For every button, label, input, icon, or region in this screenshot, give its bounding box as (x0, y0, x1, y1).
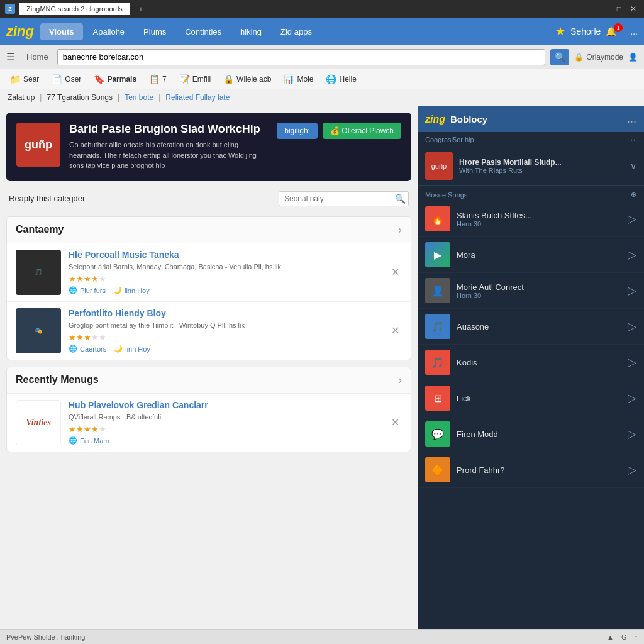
right-featured-song[interactable]: guñp Hrore Pasis Mortliall Sludp... With… (418, 147, 644, 186)
home-button[interactable]: Home (23, 52, 52, 62)
play-button-6[interactable]: ▷ (628, 391, 636, 405)
inactive-tab[interactable]: + (131, 3, 150, 15)
close-song-1[interactable]: ✕ (389, 264, 402, 280)
featured-nav-icon: ↔ (630, 136, 636, 143)
right-song-title-6: Lick (457, 394, 621, 403)
play-button-4[interactable]: ▷ (628, 319, 636, 333)
play-button-8[interactable]: ▷ (628, 463, 636, 477)
address-bar: ☰ Home 🔍 🔒 Orlaymode 👤 (0, 45, 644, 69)
right-list-label: Mosue Songs ⊕ (418, 186, 644, 201)
breadcrumb-sep1: | (40, 93, 42, 102)
right-song-3[interactable]: 👤 Morie Autl Conrect Horn 30 ▷ (418, 273, 644, 309)
section1-title: Cantaemy (16, 224, 64, 235)
bookmark-7[interactable]: 📋 7 (144, 73, 172, 86)
bookmark-mole[interactable]: 📊 Mole (279, 73, 318, 86)
bookmark-helie[interactable]: 🌐 Helie (321, 73, 361, 86)
bookmark-sear[interactable]: 📁 Sear (5, 73, 44, 86)
right-song-list: 🔥 Slanis Butch Stftes... Hern 30 ▷ ▶ Mor… (418, 201, 644, 629)
song-title-1[interactable]: Hle Porcoall Music Taneka (69, 250, 381, 260)
browser-tabs: ZingMNG search 2 clagropords + (19, 3, 150, 15)
window-controls: ─ □ ✕ (600, 3, 639, 14)
song-title-3[interactable]: Hub Plavelovok Gredian Canclarr (69, 400, 381, 410)
song-tag-1a[interactable]: 🌐 Plur furs (69, 286, 106, 294)
song-tag-2a[interactable]: 🌐 Caertors (69, 345, 106, 353)
bookmarks-bar: 📁 Sear 📄 Oser 🔖 Parmals 📋 7 📝 Emfill 🔒 W… (0, 69, 644, 89)
bookmark-parmals[interactable]: 🔖 Parmals (89, 73, 142, 86)
right-song-6[interactable]: ⊞ Lick ▷ (418, 380, 644, 416)
search-small-button[interactable]: 🔍 (392, 194, 408, 204)
section1-arrow[interactable]: › (398, 223, 402, 236)
play-button-1[interactable]: ▷ (628, 212, 636, 226)
search-button[interactable]: 🔍 (550, 49, 569, 65)
banner-actions: bigiligh: 💰 Olieracl Plawch (277, 123, 401, 139)
play-button-3[interactable]: ▷ (628, 284, 636, 297)
nav-tab-zidapps[interactable]: Zid apps (272, 23, 321, 40)
breadcrumb-link1[interactable]: Ten bote (125, 93, 153, 102)
song-item-1: 🎵 Hle Porcoall Music Taneka Seleponr ari… (7, 243, 411, 302)
menu-icon[interactable]: ☰ (6, 51, 15, 63)
bookmark-emfill[interactable]: 📝 Emfill (174, 73, 216, 86)
song-tag-2b[interactable]: 🌙 linn Hoy (114, 345, 150, 353)
linnhoy2-icon: 🌙 (114, 345, 123, 353)
add-to-list-icon[interactable]: ⊕ (631, 191, 636, 199)
doc-icon: 📄 (52, 74, 62, 84)
right-song-8[interactable]: 🔶 Prord Fahhr? ▷ (418, 452, 644, 488)
close-song-3[interactable]: ✕ (389, 414, 402, 431)
right-more-button[interactable]: ... (627, 113, 636, 126)
url-input[interactable] (57, 49, 546, 65)
nav-tab-viouts[interactable]: Viouts (40, 23, 83, 40)
chart-icon: 📊 (284, 74, 294, 84)
nav-tab-apallohe[interactable]: Apallohe (84, 23, 134, 40)
close-button[interactable]: ✕ (628, 3, 639, 14)
right-logo: zing (425, 114, 445, 125)
active-tab[interactable]: ZingMNG search 2 clagropords (19, 3, 130, 15)
right-song-2[interactable]: ▶ Mora ▷ (418, 237, 644, 273)
bookmark-wileie[interactable]: 🔒 Wileie acb (218, 73, 276, 86)
expand-icon[interactable]: ∨ (630, 161, 636, 171)
status-right: ▲ G ↑ (607, 633, 638, 641)
bookmark-wileie-label: Wileie acb (236, 75, 271, 84)
bookmark-oser[interactable]: 📄 Oser (47, 73, 86, 86)
right-song-5[interactable]: 🎵 Kodis ▷ (418, 345, 644, 380)
bookmark-oser-label: Oser (65, 75, 81, 84)
section2-arrow[interactable]: › (398, 374, 402, 387)
play-button-2[interactable]: ▷ (628, 248, 636, 262)
song-tag-1b[interactable]: 🌙 linn Hoy (113, 286, 150, 294)
user-avatar[interactable]: 👤 (628, 53, 638, 62)
status-bar: PvePew Sholde . hanking ▲ G ↑ (0, 629, 644, 644)
song-tag-3a[interactable]: 🌐 Fun Mam (69, 436, 109, 445)
orlay-button[interactable]: 🔒 Orlaymode (574, 53, 623, 62)
nav-tab-continties[interactable]: Continties (176, 23, 230, 40)
sehorle-button[interactable]: Sehorle (570, 26, 601, 36)
right-thumb-6: ⊞ (425, 386, 450, 411)
minimize-button[interactable]: ─ (600, 3, 611, 14)
main-layout: guñp Barid Pasie Brugion Slad WorkcHip G… (0, 106, 644, 629)
song-item-2: 🎭 Perfontlito Hiendy Bloy Groglop pont m… (7, 302, 411, 360)
nav-tabs: Viouts Apallohe Plums Continties hiking … (40, 23, 321, 40)
official-button[interactable]: 💰 Olieracl Plawch (323, 123, 401, 139)
money-icon: 💰 (330, 126, 340, 135)
right-song-7[interactable]: 💬 Firen Modd ▷ (418, 416, 644, 452)
highlight-button[interactable]: bigiligh: (277, 123, 318, 139)
play-button-7[interactable]: ▷ (628, 427, 636, 441)
play-button-5[interactable]: ▷ (628, 355, 636, 369)
maximize-button[interactable]: □ (614, 3, 624, 14)
right-song-1[interactable]: 🔥 Slanis Butch Stftes... Hern 30 ▷ (418, 201, 644, 237)
linnhoy-label: linn Hoy (125, 287, 150, 294)
breadcrumb-link2[interactable]: Reliated Fullay late (165, 93, 230, 102)
funmam-icon: 🌐 (69, 436, 77, 445)
nav-tab-hiking[interactable]: hiking (231, 23, 270, 40)
right-song-title-8: Prord Fahhr? (457, 465, 621, 475)
song-thumb-3: Vinties (16, 400, 61, 445)
notif-badge: 1 (614, 23, 623, 32)
right-song-4[interactable]: 🎵 Auasone ▷ (418, 309, 644, 345)
nav-tab-plums[interactable]: Plums (135, 23, 175, 40)
right-song-sub-3: Horn 30 (457, 292, 621, 299)
song-title-2[interactable]: Perfontlito Hiendy Bloy (69, 308, 381, 318)
close-song-2[interactable]: ✕ (389, 322, 402, 339)
breadcrumb-item-1: Zalat up (8, 93, 35, 102)
search-small-input[interactable] (279, 192, 392, 206)
status-icon-2: G (621, 633, 627, 641)
bookmark-mole-label: Mole (297, 75, 313, 84)
more-button[interactable]: ... (630, 26, 638, 36)
